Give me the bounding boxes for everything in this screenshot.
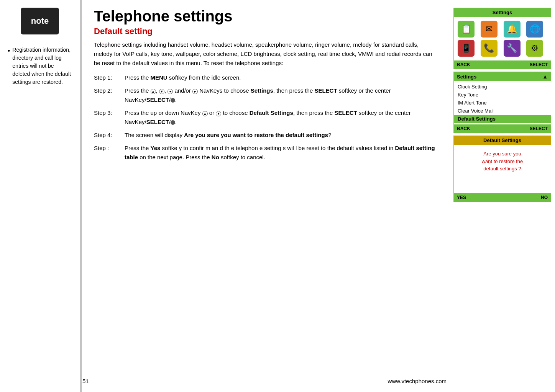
phone-panels: Settings 📋 ✉ 🔔 🌐 📱 📞 🔧 ⚙ BACK SELECT Set… — [450, 0, 555, 392]
settings-list: Clock Setting Key Tone IM Alert Tone Cle… — [454, 81, 551, 124]
confirm-text: Are you sure you want to restore the def… — [454, 145, 551, 178]
settings-item-clearvoicemail[interactable]: Clear Voice Mail — [454, 107, 551, 115]
icon-cell-2: ✉ — [481, 21, 498, 38]
note-bullet: Registration information, directory and … — [8, 46, 72, 86]
panel1-select[interactable]: SELECT — [530, 62, 548, 67]
step-3-body: Press the up or down NavKey ▲ or ▼ to ch… — [125, 108, 435, 127]
panel2-select[interactable]: SELECT — [530, 126, 548, 131]
panel2-footer: BACK SELECT — [454, 124, 551, 133]
panel3-header: Default Settings — [454, 136, 551, 145]
settings-item-clock[interactable]: Clock Setting — [454, 83, 551, 91]
settings-item-default[interactable]: Default Settings — [454, 115, 551, 123]
step-1-label: Step 1: — [94, 73, 121, 82]
phone-panel-settings-icons: Settings 📋 ✉ 🔔 🌐 📱 📞 🔧 ⚙ BACK SELECT — [453, 8, 551, 69]
icon-cell-7: 🔧 — [504, 40, 521, 57]
website: www.vtechphones.com — [388, 378, 447, 384]
confirm-line1: Are you sure you — [458, 150, 547, 158]
page-footer: 51 www.vtechphones.com — [82, 378, 447, 384]
panel2-header-label: Settings — [457, 74, 476, 80]
step-2-body: Press the ▲, ▼, ◄ and/or ► NavKeys to ch… — [125, 86, 435, 105]
note-bullet-text: Registration information, directory and … — [12, 46, 72, 86]
main-content: Telephone settings Default setting Telep… — [82, 0, 447, 392]
panel3-no[interactable]: NO — [541, 195, 548, 200]
phone-icons-grid: 📋 ✉ 🔔 🌐 📱 📞 🔧 ⚙ — [454, 17, 551, 60]
step-2: Step 2: Press the ▲, ▼, ◄ and/or ► NavKe… — [94, 86, 435, 105]
panel1-header: Settings — [454, 8, 551, 17]
page-number: 51 — [82, 378, 89, 384]
icon-cell-5: 📱 — [458, 40, 475, 57]
panel1-back[interactable]: BACK — [457, 62, 470, 67]
step-1-body: Press the MENU softkey from the idle scr… — [125, 73, 435, 82]
step-5-label: Step : — [94, 144, 121, 162]
panel3-yes[interactable]: YES — [457, 195, 466, 200]
icon-cell-1: 📋 — [458, 21, 475, 38]
step-3: Step 3: Press the up or down NavKey ▲ or… — [94, 108, 435, 127]
step-2-label: Step 2: — [94, 86, 121, 105]
panel2-back[interactable]: BACK — [457, 126, 470, 131]
icon-cell-6: 📞 — [481, 40, 498, 57]
note-badge-label: note — [31, 16, 49, 26]
intro-text: Telephone settings including handset vol… — [94, 40, 435, 68]
panel1-footer: BACK SELECT — [454, 60, 551, 69]
panel3-footer: YES NO — [454, 193, 551, 202]
phone-panel-default-confirm: Default Settings Are you sure you want t… — [453, 136, 551, 202]
step-4-body: The screen will display Are you sure you… — [125, 131, 435, 140]
scroll-indicator: ▲ — [542, 74, 548, 80]
confirm-line3: default settings ? — [458, 165, 547, 173]
step-5-body: Press the Yes softke y to confir m an d … — [125, 144, 435, 162]
page-title: Telephone settings — [94, 8, 435, 25]
step-3-label: Step 3: — [94, 108, 121, 127]
icon-cell-3: 🔔 — [504, 21, 521, 38]
note-panel: note Registration information, directory… — [0, 0, 80, 392]
confirm-line2: want to restore the — [458, 158, 547, 165]
phone-panel-settings-list: Settings ▲ Clock Setting Key Tone IM Ale… — [453, 72, 551, 133]
icon-cell-4: 🌐 — [526, 21, 543, 38]
settings-item-alerttone[interactable]: IM Alert Tone — [454, 99, 551, 107]
panel2-header: Settings ▲ — [454, 72, 551, 81]
settings-item-keytone[interactable]: Key Tone — [454, 91, 551, 99]
step-4: Step 4: The screen will display Are you … — [94, 131, 435, 140]
note-badge: note — [21, 8, 59, 34]
step-1: Step 1: Press the MENU softkey from the … — [94, 73, 435, 82]
icon-cell-8: ⚙ — [526, 40, 543, 57]
note-text: Registration information, directory and … — [0, 34, 80, 86]
section-title: Default setting — [94, 26, 435, 36]
divider — [80, 0, 82, 392]
step-4-label: Step 4: — [94, 131, 121, 140]
step-5: Step : Press the Yes softke y to confir … — [94, 144, 435, 162]
confirm-spacer — [454, 178, 551, 193]
